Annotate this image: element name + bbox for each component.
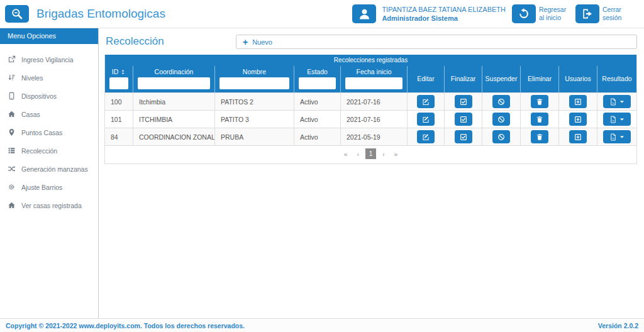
column-label-nombre: Nombre [243,68,266,75]
sidebar-item-label: Recolección [21,147,57,155]
sidebar-item-ajuste-barrios[interactable]: Ajuste Barrios [0,178,98,196]
sidebar-menu: Ingreso Vigilancia Niveles Dispositivos … [0,44,98,214]
column-header-finalizar: Finalizar [445,66,482,93]
sidebar-item-generacion-manzanas[interactable]: Generación manzanas [0,160,98,178]
sidebar-item-ingreso-vigilancia[interactable]: Ingreso Vigilancia [0,50,98,69]
check-square-icon [460,116,467,123]
pagination-last-button[interactable]: » [391,150,401,158]
finalize-button[interactable] [455,130,472,143]
finalize-button[interactable] [455,95,472,108]
sidebar-item-label: Ajuste Barrios [21,184,62,191]
delete-button[interactable] [531,130,548,143]
filter-input-coordinacion[interactable] [138,77,210,89]
delete-button[interactable] [531,95,548,108]
home-icon [8,201,16,209]
column-label-id: ID [112,68,119,75]
finalize-button[interactable] [455,113,472,126]
table-header-row: ID Coordinación Nombre [105,66,636,93]
cell-estado: Activo [294,111,341,128]
sort-icon[interactable] [120,69,126,75]
caret-down-icon [619,99,625,104]
main-header: Recolección + Nuevo [104,35,637,49]
layout: Menu Opciones Ingreso Vigilancia Niveles… [0,28,644,318]
sidebar-item-dispositivos[interactable]: Dispositivos [0,87,98,105]
pagination-first-button[interactable]: « [341,150,351,158]
sidebar-title: Menu Opciones [0,28,98,44]
pagination-next-button[interactable]: › [379,150,388,158]
app-logo-button[interactable] [5,5,29,23]
sidebar-item-casas[interactable]: Casas [0,105,98,123]
gear-icon [8,183,16,191]
result-pdf-button[interactable] [603,95,631,108]
sidebar-item-label: Generación manzanas [21,165,88,173]
delete-button[interactable] [531,113,548,126]
cell-id: 84 [105,128,133,146]
filter-input-id[interactable] [109,77,128,89]
result-pdf-button[interactable] [603,130,631,143]
new-button[interactable]: + Nuevo [236,35,637,49]
page-title: Recolección [106,35,164,48]
home-button[interactable] [512,4,536,23]
plus-square-icon [574,98,582,106]
top-bar: Brigadas Entomologicas TIPANTIZA BAEZ TA… [0,0,644,28]
users-button[interactable] [569,113,587,126]
version-text: Versión 2.0.2 [598,322,638,329]
edit-button[interactable] [417,130,435,143]
logout-button[interactable] [575,4,599,23]
sidebar-item-puntos-casas[interactable]: Puntos Casas [0,123,98,141]
users-button[interactable] [569,95,587,108]
cell-id: 101 [105,111,133,128]
sidebar-item-label: Ingreso Vigilancia [21,56,74,64]
filter-input-fecha-inicio[interactable] [345,77,402,89]
suspend-button[interactable] [492,95,510,108]
rotate-left-icon [518,8,530,20]
column-header-editar: Editar [408,66,445,93]
user-info: TIPANTIZA BAEZ TATIANA ELIZABETH Adminis… [382,5,506,23]
ban-icon [497,116,505,123]
sidebar-item-label: Ver casas registrada [21,202,82,209]
file-pdf-icon [609,133,617,141]
cell-id: 100 [105,93,133,111]
result-pdf-button[interactable] [603,113,631,126]
trash-icon [536,116,543,123]
sort-amount-icon [8,74,16,82]
cell-fecha-inicio: 2021-07-16 [341,93,408,111]
plus-square-icon [574,116,582,123]
users-button[interactable] [569,130,587,143]
suspend-button[interactable] [492,113,510,126]
column-header-suspender: Suspender [482,66,521,93]
table-row: 84 COORDINACION ZONAL 9 PRUBA Activo 202… [105,128,636,146]
table-row: 101 ITCHIMBIA PATITO 3 Activo 2021-07-16 [105,111,636,128]
cell-fecha-inicio: 2021-05-19 [341,128,408,146]
edit-button[interactable] [417,95,435,108]
check-square-icon [460,133,467,141]
column-header-nombre: Nombre [215,66,294,93]
column-label-coordinacion: Coordinación [155,68,194,75]
edit-icon [422,98,430,106]
pagination-prev-button[interactable]: ‹ [354,150,363,158]
cell-coordinacion: COORDINACION ZONAL 9 [133,128,215,146]
filter-input-estado[interactable] [299,77,336,89]
pagination-page-1-button[interactable]: 1 [365,148,376,159]
main-content: Recolección + Nuevo Recolecciones regist… [99,28,644,318]
search-icon [11,8,23,20]
file-pdf-icon [609,98,617,106]
user-role: Administrador Sistema [382,14,506,23]
shuffle-icon [8,165,16,173]
sidebar-item-ver-casas-registrada[interactable]: Ver casas registrada [0,196,98,214]
cell-estado: Activo [294,93,341,111]
app-title: Brigadas Entomologicas [36,7,165,21]
edit-button[interactable] [417,113,435,126]
suspend-button[interactable] [492,130,510,143]
cell-fecha-inicio: 2021-07-16 [341,111,408,128]
cell-nombre: PATITOS 2 [215,93,294,111]
recolecciones-table: Recolecciones registradas ID [104,55,637,164]
check-square-icon [460,98,467,106]
column-header-estado: Estado [294,66,341,93]
sidebar-item-label: Niveles [21,74,43,82]
filter-input-nombre[interactable] [219,77,289,89]
edit-icon [422,116,430,123]
user-profile-button[interactable] [352,4,376,23]
sidebar-item-recoleccion[interactable]: Recolección [0,141,98,160]
sidebar-item-niveles[interactable]: Niveles [0,69,98,87]
